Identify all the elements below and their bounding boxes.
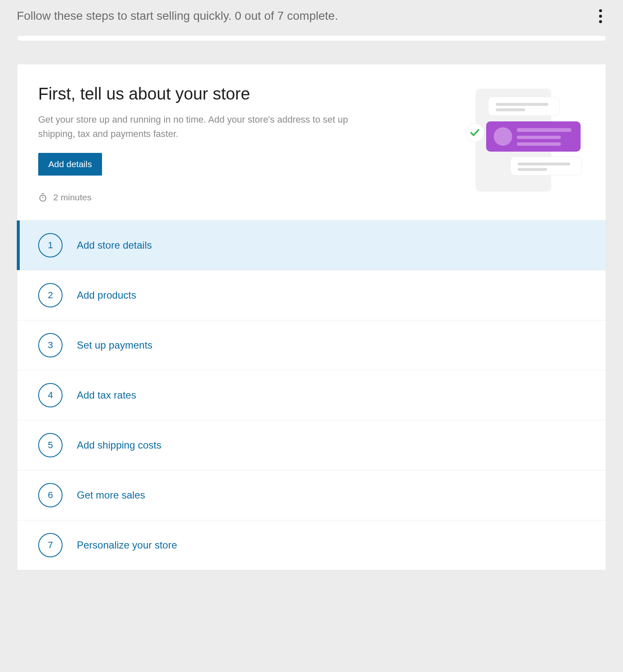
task-item-add-store-details[interactable]: 1 Add store details — [17, 220, 606, 270]
task-label: Add store details — [77, 239, 152, 251]
stopwatch-icon — [38, 193, 47, 202]
progress-bar — [17, 35, 606, 41]
task-label: Add products — [77, 289, 136, 301]
task-item-get-more-sales[interactable]: 6 Get more sales — [17, 470, 606, 520]
svg-rect-9 — [517, 142, 561, 146]
add-details-button[interactable]: Add details — [38, 153, 102, 176]
svg-rect-11 — [510, 157, 582, 175]
task-number-badge: 5 — [38, 433, 63, 457]
task-label: Get more sales — [77, 489, 145, 501]
svg-rect-13 — [518, 168, 547, 171]
task-number-badge: 6 — [38, 483, 63, 507]
dot-icon — [599, 15, 602, 18]
task-item-add-products[interactable]: 2 Add products — [17, 270, 606, 320]
task-number-badge: 7 — [38, 533, 63, 557]
task-number-badge: 4 — [38, 383, 63, 407]
task-label: Add tax rates — [77, 389, 136, 401]
svg-rect-2 — [488, 97, 560, 116]
more-options-button[interactable] — [594, 8, 606, 24]
svg-rect-7 — [517, 128, 571, 132]
header-status-text: Follow these steps to start selling quic… — [17, 9, 338, 23]
task-label: Add shipping costs — [77, 439, 161, 451]
task-item-set-up-payments[interactable]: 3 Set up payments — [17, 320, 606, 370]
task-label: Set up payments — [77, 339, 152, 351]
svg-rect-12 — [518, 163, 570, 165]
task-number-badge: 1 — [38, 233, 63, 257]
page-header: Follow these steps to start selling quic… — [17, 8, 606, 24]
time-estimate-text: 2 minutes — [53, 192, 92, 202]
task-label: Personalize your store — [77, 539, 177, 551]
time-estimate-row: 2 minutes — [38, 192, 442, 202]
hero-illustration — [455, 84, 585, 202]
dot-icon — [599, 9, 602, 12]
setup-card: First, tell us about your store Get your… — [17, 64, 606, 570]
task-number-badge: 2 — [38, 283, 63, 307]
hero-description: Get your store up and running in no time… — [38, 113, 366, 141]
task-item-add-shipping-costs[interactable]: 5 Add shipping costs — [17, 420, 606, 470]
dot-icon — [599, 20, 602, 23]
task-item-add-tax-rates[interactable]: 4 Add tax rates — [17, 370, 606, 420]
svg-point-6 — [494, 127, 512, 146]
task-item-personalize-your-store[interactable]: 7 Personalize your store — [17, 520, 606, 570]
card-hero: First, tell us about your store Get your… — [17, 64, 606, 220]
task-list: 1 Add store details 2 Add products 3 Set… — [17, 220, 606, 570]
svg-point-10 — [466, 123, 484, 142]
hero-title: First, tell us about your store — [38, 84, 442, 103]
card-hero-content: First, tell us about your store Get your… — [38, 84, 442, 202]
svg-rect-4 — [496, 108, 525, 111]
svg-rect-8 — [517, 136, 561, 139]
svg-rect-3 — [496, 103, 548, 106]
task-number-badge: 3 — [38, 333, 63, 357]
